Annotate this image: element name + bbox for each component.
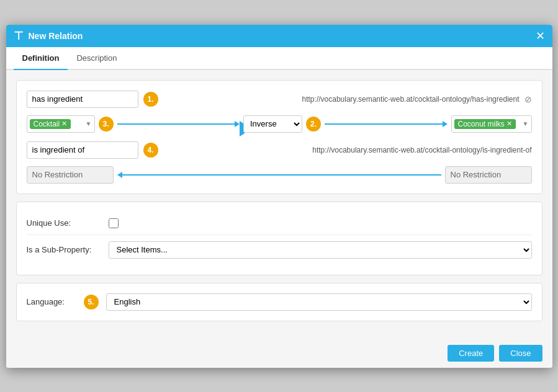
- back-arrow: [117, 172, 441, 178]
- source-tag-remove[interactable]: ✕: [61, 120, 67, 128]
- content: 1. http://vocabulary.semantic-web.at/coc…: [6, 70, 552, 339]
- titlebar-left: ⊤ New Relation: [14, 29, 83, 43]
- close-icon[interactable]: ✕: [536, 30, 545, 42]
- relation-row: Cocktail ✕ ▼ 3. Inverse Subclass Equival…: [27, 115, 532, 133]
- target-tag-select[interactable]: Coconut milks ✕ ▼: [451, 115, 532, 133]
- language-label: Language:: [27, 297, 76, 306]
- app-icon: ⊤: [14, 29, 24, 43]
- titlebar: ⊤ New Relation ✕: [6, 25, 552, 47]
- restriction-row: No Restriction No Restriction: [27, 166, 532, 184]
- unique-use-row: Unique Use:: [27, 212, 532, 235]
- relation-url: http://vocabulary.semantic-web.at/cockta…: [302, 95, 520, 104]
- tabs: Definition Description: [6, 47, 552, 70]
- step2-badge: 2.: [306, 117, 321, 131]
- edit-icon[interactable]: ⊘: [524, 94, 532, 104]
- step4-badge: 4.: [143, 143, 158, 158]
- forward-arrow2: [325, 121, 448, 127]
- name-row: 1. http://vocabulary.semantic-web.at/coc…: [27, 91, 532, 108]
- step5-badge: 5.: [84, 295, 99, 310]
- forward-arrow: [117, 121, 240, 127]
- relation-type-select[interactable]: Inverse Subclass Equivalent: [243, 115, 302, 133]
- sub-property-label: Is a Sub-Property:: [27, 245, 101, 254]
- dialog-title: New Relation: [29, 31, 83, 41]
- close-button[interactable]: Close: [499, 345, 542, 362]
- relation-name-input[interactable]: [27, 91, 138, 108]
- properties-section: Unique Use: Is a Sub-Property: Select It…: [16, 202, 542, 275]
- step1-badge: 1.: [143, 92, 158, 107]
- target-tag-dropdown-icon[interactable]: ▼: [523, 120, 529, 127]
- unique-use-label: Unique Use:: [27, 218, 101, 228]
- inverse-name-row: 4. http://vocabulary.semantic-web.at/coc…: [27, 141, 532, 159]
- language-select[interactable]: English German French Spanish: [106, 293, 532, 311]
- step3-badge: 3.: [99, 117, 114, 131]
- tab-definition[interactable]: Definition: [14, 47, 68, 70]
- sub-property-select[interactable]: Select Items...: [109, 241, 532, 259]
- dialog: ⊤ New Relation ✕ Definition Description …: [6, 25, 552, 368]
- footer: Create Close: [6, 339, 552, 368]
- source-tag: Cocktail ✕: [30, 119, 71, 129]
- target-tag-remove[interactable]: ✕: [506, 120, 512, 128]
- definition-section: 1. http://vocabulary.semantic-web.at/coc…: [16, 80, 542, 194]
- inverse-url: http://vocabulary.semantic-web.at/cockta…: [312, 146, 531, 154]
- sub-property-row: Is a Sub-Property: Select Items...: [27, 235, 532, 265]
- left-restriction[interactable]: No Restriction: [27, 166, 114, 184]
- tab-description[interactable]: Description: [68, 47, 125, 70]
- source-tag-dropdown-icon[interactable]: ▼: [86, 120, 92, 127]
- create-button[interactable]: Create: [448, 345, 494, 362]
- unique-use-checkbox[interactable]: [109, 218, 119, 228]
- target-tag: Coconut milks ✕: [454, 119, 516, 129]
- right-restriction[interactable]: No Restriction: [445, 166, 532, 184]
- inverse-name-input[interactable]: [27, 141, 138, 159]
- language-section: Language: 5. English German French Spani…: [16, 283, 542, 321]
- source-tag-select[interactable]: Cocktail ✕ ▼: [27, 115, 95, 133]
